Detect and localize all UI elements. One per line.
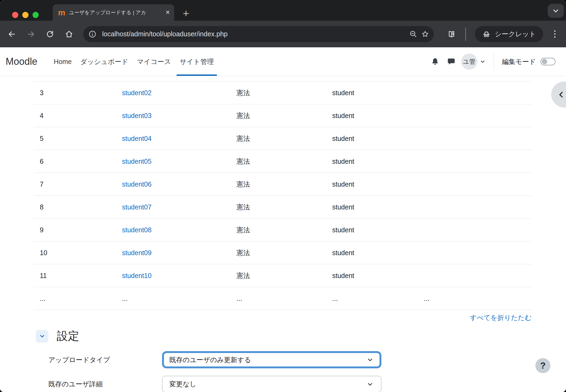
table-row: 11student10憲法student xyxy=(34,264,532,287)
cell-username: student08 xyxy=(116,226,231,234)
cell-line-number: 10 xyxy=(34,249,116,257)
username-link[interactable]: student02 xyxy=(122,89,152,97)
table-row: 7student06憲法student xyxy=(34,173,532,195)
reload-icon xyxy=(46,30,54,38)
address-bar[interactable]: localhost/admin/tool/uploaduser/index.ph… xyxy=(83,26,434,42)
site-info-button[interactable] xyxy=(87,28,98,40)
cell-line-number: 4 xyxy=(34,112,116,120)
browser-tab[interactable]: m ユーザをアップロードする | アカ × xyxy=(53,4,174,21)
cell-lastname: 憲法 xyxy=(231,88,326,97)
toolbar-divider xyxy=(465,27,466,41)
existing-user-details-value: 変更なし xyxy=(169,380,196,389)
username-link[interactable]: student07 xyxy=(122,203,152,211)
primary-nav: Home ダッシュボード マイコース サイト管理 xyxy=(51,47,219,76)
settings-header: 設定 xyxy=(36,329,532,344)
upload-type-label: アップロードタイプ xyxy=(34,355,162,364)
cell-username: student10 xyxy=(116,272,231,280)
username-link[interactable]: student04 xyxy=(122,135,152,142)
zoom-out-indicator-button[interactable] xyxy=(407,28,419,40)
chevron-down-icon xyxy=(552,7,559,14)
forward-button[interactable] xyxy=(24,27,38,41)
cell-line-number: 5 xyxy=(34,135,116,142)
upload-type-select[interactable]: 既存のユーザのみ更新する xyxy=(162,351,381,368)
username-link[interactable]: student10 xyxy=(122,272,152,279)
browser-window: m ユーザをアップロードする | アカ × + localhost/admin/… xyxy=(0,0,566,392)
bell-icon xyxy=(431,57,439,66)
nav-item-dashboard[interactable]: ダッシュボード xyxy=(77,47,132,76)
table-row: 5student04憲法student xyxy=(34,127,532,150)
upload-preview-table: 3student02憲法student4student03憲法student5s… xyxy=(34,81,532,310)
nav-item-mycourses[interactable]: マイコース xyxy=(134,47,174,76)
table-row: 10student09憲法student xyxy=(34,241,532,264)
main-content: 3student02憲法student4student03憲法student5s… xyxy=(0,76,566,392)
book-icon xyxy=(447,30,456,38)
cell-lastname: 憲法 xyxy=(231,271,326,280)
cell-firstname: student xyxy=(326,180,418,188)
username-link[interactable]: student06 xyxy=(122,180,152,188)
incognito-icon xyxy=(482,30,491,38)
table-row: 3student02憲法student xyxy=(34,81,532,104)
url-text[interactable]: localhost/admin/tool/uploaduser/index.ph… xyxy=(102,30,407,38)
bookmark-star-button[interactable] xyxy=(419,28,431,40)
edit-mode-toggle[interactable] xyxy=(540,58,556,65)
username-link[interactable]: student09 xyxy=(122,249,152,256)
chevron-down-icon xyxy=(39,333,45,339)
window-close-button[interactable] xyxy=(12,12,18,18)
existing-user-details-select[interactable]: 変更なし xyxy=(162,376,381,392)
user-avatar[interactable]: ユ管 xyxy=(461,54,477,70)
cell-username: student07 xyxy=(116,203,231,211)
messages-button[interactable] xyxy=(445,55,457,68)
cell-lastname: 憲法 xyxy=(231,226,326,234)
chevron-down-icon xyxy=(367,356,374,363)
window-minimize-button[interactable] xyxy=(22,12,28,18)
cell-lastname: 憲法 xyxy=(231,248,326,257)
home-icon xyxy=(65,30,73,38)
moodle-favicon-icon: m xyxy=(58,9,65,17)
cell-extra: ... xyxy=(418,295,532,302)
cell-line-number: 8 xyxy=(34,203,116,211)
traffic-lights xyxy=(12,12,39,18)
reload-button[interactable] xyxy=(43,27,57,41)
username-link[interactable]: student08 xyxy=(122,226,152,234)
user-menu-toggle[interactable] xyxy=(480,59,486,65)
form-row-existing-user-details: 既存のユーザ詳細 変更なし xyxy=(34,376,532,392)
cell-lastname: 憲法 xyxy=(231,157,326,166)
tab-search-button[interactable] xyxy=(548,4,564,18)
table-row: 4student03憲法student xyxy=(34,104,532,127)
cell-lastname: 憲法 xyxy=(231,134,326,143)
settings-collapse-button[interactable] xyxy=(36,330,48,343)
cell-firstname: student xyxy=(326,272,418,280)
new-tab-button[interactable]: + xyxy=(179,6,193,20)
cell-username: student02 xyxy=(116,89,231,97)
nav-item-site-admin[interactable]: サイト管理 xyxy=(177,47,217,76)
existing-user-details-label: 既存のユーザ詳細 xyxy=(34,380,162,389)
tab-strip: m ユーザをアップロードする | アカ × + xyxy=(0,0,566,21)
cell-username: ... xyxy=(116,295,231,302)
cell-lastname: 憲法 xyxy=(231,111,326,120)
navbar-divider xyxy=(494,53,494,70)
table-row: 8student07憲法student xyxy=(34,195,532,218)
username-link[interactable]: student05 xyxy=(122,158,152,165)
browser-menu-button[interactable] xyxy=(547,27,562,41)
upload-type-value: 既存のユーザのみ更新する xyxy=(169,355,251,364)
collapse-all-link[interactable]: すべてを折りたたむ xyxy=(470,314,532,321)
window-zoom-button[interactable] xyxy=(33,12,39,18)
nav-item-home[interactable]: Home xyxy=(51,47,75,76)
cell-line-number: 9 xyxy=(34,226,116,234)
cell-username: student06 xyxy=(116,180,231,188)
cell-username: student04 xyxy=(116,135,231,142)
username-link[interactable]: student03 xyxy=(122,112,152,119)
tab-close-icon[interactable]: × xyxy=(166,9,170,16)
reading-list-button[interactable] xyxy=(444,27,459,41)
notifications-button[interactable] xyxy=(429,55,441,68)
help-button[interactable]: ? xyxy=(535,358,550,373)
incognito-badge[interactable]: シークレット xyxy=(475,26,543,42)
chevron-left-icon xyxy=(557,91,565,99)
collapse-all-row: すべてを折りたたむ xyxy=(34,313,532,322)
cell-firstname: ... xyxy=(326,295,418,302)
edit-mode-label: 編集モード xyxy=(502,57,536,66)
cell-line-number: ... xyxy=(34,295,116,302)
back-button[interactable] xyxy=(5,27,19,41)
moodle-brand[interactable]: Moodle xyxy=(6,56,37,67)
home-button[interactable] xyxy=(62,27,76,41)
